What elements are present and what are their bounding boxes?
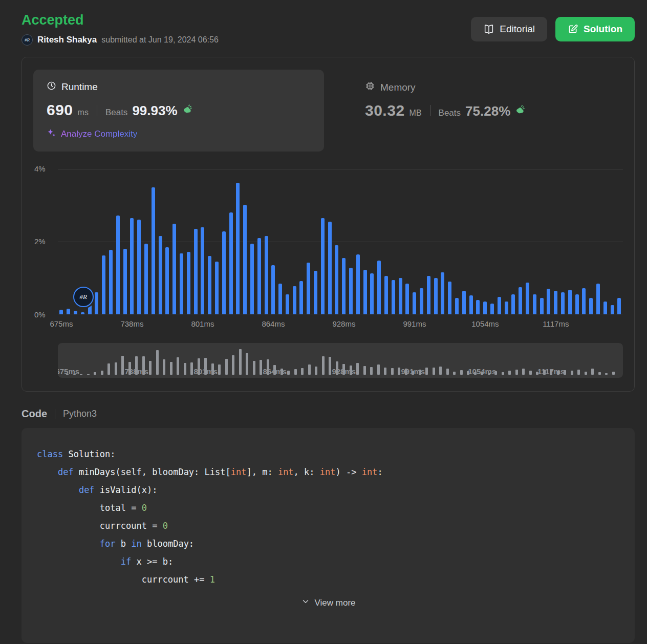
histogram-bar-fill xyxy=(67,309,70,314)
histogram-bar[interactable] xyxy=(213,169,221,314)
histogram-bar[interactable] xyxy=(143,169,150,314)
histogram-bar[interactable] xyxy=(270,169,277,314)
histogram-bar[interactable] xyxy=(609,169,616,314)
analyze-complexity-link[interactable]: Analyze Complexity xyxy=(47,128,311,140)
histogram-bar[interactable] xyxy=(482,169,489,314)
x-tick-label: 928ms xyxy=(332,319,355,328)
histogram-bar[interactable] xyxy=(291,169,298,314)
histogram-bar[interactable] xyxy=(552,169,559,314)
editorial-button[interactable]: Editorial xyxy=(471,17,547,41)
histogram-bar[interactable] xyxy=(312,169,319,314)
histogram-bar[interactable] xyxy=(58,169,65,314)
histogram-bar[interactable] xyxy=(566,169,573,314)
histogram-bar[interactable] xyxy=(489,169,496,314)
histogram-bar[interactable] xyxy=(454,169,461,314)
histogram-bar[interactable] xyxy=(397,169,404,314)
histogram-bar[interactable] xyxy=(348,169,355,314)
histogram-bar-fill xyxy=(314,271,317,314)
histogram-bar[interactable] xyxy=(114,169,121,314)
histogram-bar[interactable] xyxy=(298,169,305,314)
histogram-bar[interactable] xyxy=(418,169,425,314)
histogram-bar[interactable] xyxy=(559,169,567,314)
histogram-bar[interactable] xyxy=(369,169,376,314)
histogram-bar[interactable] xyxy=(319,169,326,314)
histogram-bar-fill xyxy=(165,247,169,314)
histogram-bar[interactable] xyxy=(510,169,517,314)
histogram-bar[interactable] xyxy=(199,169,206,314)
histogram-bar[interactable] xyxy=(128,169,136,314)
histogram-bar[interactable] xyxy=(432,169,439,314)
histogram-bar[interactable] xyxy=(305,169,312,314)
histogram-bar-fill xyxy=(229,212,233,314)
histogram-bar[interactable] xyxy=(234,169,242,314)
histogram-bar[interactable] xyxy=(157,169,164,314)
histogram-bar[interactable] xyxy=(439,169,446,314)
histogram-bar[interactable] xyxy=(192,169,199,314)
solution-button[interactable]: Solution xyxy=(555,17,635,41)
user-avatar[interactable]: #R xyxy=(21,34,33,46)
histogram-bar[interactable] xyxy=(263,169,270,314)
histogram-bar[interactable] xyxy=(545,169,552,314)
code-line: currcount += 1 xyxy=(37,571,619,589)
memory-card[interactable]: Memory 30.32 MB Beats 75.28% xyxy=(352,70,538,152)
histogram-bar[interactable] xyxy=(164,169,171,314)
histogram-bar[interactable] xyxy=(93,169,100,314)
histogram-bar[interactable] xyxy=(65,169,72,314)
histogram-bar[interactable] xyxy=(121,169,128,314)
histogram-bar[interactable] xyxy=(107,169,115,314)
runtime-card[interactable]: Runtime 690 ms Beats 99.93% Analy xyxy=(33,70,324,152)
histogram-bar-fill xyxy=(130,218,134,314)
histogram-bar[interactable] xyxy=(220,169,227,314)
histogram-bar[interactable] xyxy=(171,169,178,314)
histogram-bar[interactable] xyxy=(383,169,390,314)
histogram-bar[interactable] xyxy=(136,169,143,314)
histogram-bar[interactable] xyxy=(390,169,397,314)
histogram-bar-fill xyxy=(243,205,247,314)
view-more-button[interactable]: View more xyxy=(37,597,619,609)
user-name[interactable]: Ritesh Shakya xyxy=(37,35,97,45)
histogram-bar[interactable] xyxy=(595,169,602,314)
histogram-bar[interactable] xyxy=(531,169,538,314)
histogram-bar[interactable] xyxy=(249,169,256,314)
histogram-bar[interactable] xyxy=(446,169,454,314)
code-language[interactable]: Python3 xyxy=(63,409,97,419)
histogram-bar[interactable] xyxy=(404,169,411,314)
histogram-bar[interactable] xyxy=(149,169,157,314)
histogram-bar-fill xyxy=(420,288,423,314)
histogram-bar[interactable] xyxy=(326,169,333,314)
histogram-bar[interactable] xyxy=(100,169,107,314)
histogram-bar[interactable] xyxy=(340,169,348,314)
histogram-bar[interactable] xyxy=(601,169,609,314)
runtime-distribution-chart: 4% 2% 0% #R 675ms738ms801ms864ms928ms991… xyxy=(33,169,623,378)
histogram-bar[interactable] xyxy=(242,169,249,314)
histogram-bar[interactable] xyxy=(354,169,361,314)
histogram-bar[interactable] xyxy=(517,169,524,314)
histogram-bar[interactable] xyxy=(227,169,234,314)
histogram-bar[interactable] xyxy=(178,169,185,314)
histogram-bar[interactable] xyxy=(524,169,531,314)
histogram-bar[interactable] xyxy=(580,169,588,314)
histogram-bar[interactable] xyxy=(411,169,418,314)
histogram-bar[interactable] xyxy=(333,169,340,314)
memory-values: 30.32 MB Beats 75.28% xyxy=(365,102,525,119)
histogram-bar[interactable] xyxy=(376,169,383,314)
histogram-bar[interactable] xyxy=(185,169,192,314)
histogram-bar[interactable] xyxy=(503,169,510,314)
histogram-bar[interactable] xyxy=(284,169,291,314)
histogram-bar[interactable] xyxy=(255,169,263,314)
histogram-bar[interactable] xyxy=(475,169,482,314)
histogram-bar[interactable] xyxy=(206,169,213,314)
memory-unit: MB xyxy=(409,109,422,118)
histogram-bar[interactable] xyxy=(425,169,432,314)
histogram-bar[interactable] xyxy=(495,169,503,314)
histogram-bar[interactable] xyxy=(361,169,369,314)
histogram-bar[interactable] xyxy=(573,169,580,314)
histogram-bar-fill xyxy=(59,310,63,314)
histogram-bar[interactable] xyxy=(588,169,595,314)
histogram-bar[interactable] xyxy=(467,169,475,314)
histogram-bar[interactable] xyxy=(616,169,623,314)
histogram-bar[interactable] xyxy=(460,169,467,314)
histogram-bar[interactable] xyxy=(277,169,284,314)
histogram-bar[interactable] xyxy=(538,169,545,314)
distribution-brush[interactable]: 675ms738ms801ms864ms928ms991ms1054ms1117… xyxy=(58,343,623,378)
